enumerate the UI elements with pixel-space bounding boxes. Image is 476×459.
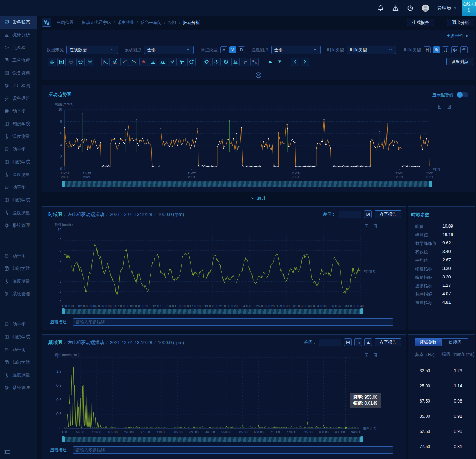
breadcrumb-item[interactable]: 振动无忧辽宁区 bbox=[82, 20, 111, 25]
more-widgets-link[interactable]: 更多部件 bbox=[447, 33, 470, 39]
time-range-button-2[interactable]: 月 bbox=[442, 46, 449, 53]
sidebar-item-balance[interactable]: 动平衡 bbox=[0, 249, 37, 262]
trend-chart[interactable]: 幅值(mm/s)108642011-24202111-25202111-2720… bbox=[49, 100, 468, 185]
time-range-button-3[interactable]: 季 bbox=[451, 46, 458, 53]
sidebar-item-book[interactable]: 知识学院 bbox=[0, 117, 37, 130]
time-desc-input[interactable] bbox=[73, 318, 393, 326]
slider-handle-right[interactable] bbox=[429, 181, 432, 187]
tab-freq-params[interactable]: 频域参数 bbox=[415, 338, 441, 346]
breadcrumb-item[interactable]: 2楼1 bbox=[168, 20, 177, 25]
abs-marker-icon-button[interactable] bbox=[364, 210, 372, 218]
sidebar-item-stats[interactable]: 统计分析 bbox=[0, 29, 37, 41]
avatar[interactable] bbox=[422, 4, 429, 12]
device-tree-button[interactable] bbox=[42, 18, 51, 27]
sidebar-item-gear[interactable]: 系统管理 bbox=[0, 219, 37, 232]
freq-domain-chart[interactable]: 幅值(mm/s rms)1.51.20.90.60.300.0055.00110… bbox=[49, 353, 402, 439]
notification-bell-icon[interactable] bbox=[377, 5, 384, 12]
sidebar-item-balance[interactable]: 动平衡 bbox=[0, 143, 37, 156]
histogram-icon-button[interactable] bbox=[231, 58, 240, 66]
sidebar-item-workorder[interactable]: 工单流程 bbox=[0, 54, 37, 67]
sidebar-item-balance[interactable]: 动平衡 bbox=[0, 105, 37, 117]
temp-point-select[interactable]: 全部 bbox=[271, 46, 321, 54]
undo-icon-button[interactable] bbox=[187, 58, 196, 66]
sideband-bars-icon-button[interactable] bbox=[364, 338, 372, 346]
sidebar-item-book[interactable]: 知识学院 bbox=[0, 262, 37, 275]
alarm-warning-icon[interactable] bbox=[392, 5, 399, 12]
page-next-icon-button[interactable] bbox=[301, 58, 309, 66]
sidebar-item-archive[interactable]: 设备资料 bbox=[0, 67, 37, 79]
diff-input[interactable] bbox=[339, 211, 361, 218]
sidebar-item-thermo[interactable]: 温度测量 bbox=[0, 206, 37, 219]
sidebar-item-inspect[interactable]: 点巡检 bbox=[0, 41, 37, 54]
time-range-button-0[interactable]: 日 bbox=[424, 46, 431, 53]
slider-handle-right[interactable] bbox=[360, 436, 363, 442]
sidebar-item-device-status[interactable]: 设备状态 bbox=[0, 16, 37, 29]
breadcrumb-item[interactable]: 反刍一车间 bbox=[141, 20, 162, 25]
double-peak-icon-button[interactable] bbox=[159, 58, 167, 66]
generate-report-button[interactable]: 生成报告 bbox=[407, 19, 434, 26]
time-range-slider[interactable] bbox=[63, 309, 362, 314]
breadcrumb-item[interactable]: 禾丰牧业 bbox=[117, 20, 134, 25]
sidebar-item-thermo[interactable]: 温度测量 bbox=[0, 369, 37, 381]
fit-screen-icon-button[interactable] bbox=[57, 58, 66, 66]
wave-rotate-icon-button[interactable] bbox=[168, 58, 177, 66]
tab-harmonics[interactable]: 倍频值 bbox=[441, 338, 468, 346]
trend-range-slider[interactable] bbox=[63, 181, 430, 187]
envelope-icon-button[interactable] bbox=[111, 58, 119, 66]
page-prev-icon-button[interactable] bbox=[291, 58, 299, 66]
save-report-button[interactable]: 存至报告 bbox=[375, 338, 401, 346]
time-domain-chart[interactable]: 幅值(mm/s)129630-3-6-90.000.010.020.030.04… bbox=[49, 222, 402, 312]
impulse-icon-button[interactable] bbox=[178, 58, 186, 66]
time-type-select[interactable]: 时间类型 bbox=[347, 46, 396, 54]
exit-analysis-button[interactable]: 退出分析 bbox=[447, 19, 474, 26]
vibration-point-select[interactable]: 全部 bbox=[144, 46, 194, 54]
time-range-button-1[interactable]: 周 bbox=[433, 46, 440, 53]
data-source-select[interactable]: 在线数据 bbox=[66, 46, 118, 54]
single-peak-icon-button[interactable] bbox=[149, 58, 157, 66]
device-points-button[interactable]: 设备测点 bbox=[446, 58, 473, 65]
time-range-button-4[interactable]: 年 bbox=[460, 46, 468, 53]
expand-button[interactable]: 展开 bbox=[42, 195, 475, 201]
tri-up-icon-button[interactable] bbox=[266, 58, 274, 66]
sidebar-item-gear[interactable]: 系统管理 bbox=[0, 381, 37, 394]
decay-red-icon-button[interactable] bbox=[250, 58, 259, 66]
point-type-v-button[interactable]: V bbox=[229, 46, 236, 53]
harmonic-bars-icon-button[interactable] bbox=[354, 338, 362, 346]
spectrum-red-icon-button[interactable] bbox=[139, 58, 148, 66]
sidebar-item-wrench[interactable]: 设备运维 bbox=[0, 92, 37, 105]
sidebar-item-book[interactable]: 知识学院 bbox=[0, 331, 37, 343]
tri-down-icon-button[interactable] bbox=[275, 58, 284, 66]
point-type-a-button[interactable]: A bbox=[220, 46, 227, 53]
history-clock-icon[interactable] bbox=[407, 5, 414, 12]
sidebar-item-balance[interactable]: 动平衡 bbox=[0, 318, 37, 331]
slider-handle-right[interactable] bbox=[360, 308, 363, 314]
sidebar-item-balance[interactable]: 动平衡 bbox=[0, 181, 37, 194]
sidebar-item-gear[interactable]: 系统管理 bbox=[0, 288, 37, 300]
slider-handle-left[interactable] bbox=[62, 181, 65, 187]
collapse-panel-icon[interactable] bbox=[255, 72, 262, 78]
online-users-box[interactable]: 在线人数 1 bbox=[462, 0, 476, 16]
sidebar-item-thermo[interactable]: 温度测量 bbox=[0, 168, 37, 181]
sidebar-item-book[interactable]: 知识学院 bbox=[0, 356, 37, 369]
diff-input[interactable] bbox=[319, 339, 341, 346]
marker-tool-icon-button[interactable] bbox=[48, 58, 56, 66]
sidebar-item-gear[interactable]: 出厂检测 bbox=[0, 79, 37, 92]
freq-desc-input[interactable] bbox=[73, 446, 393, 454]
save-report-button[interactable]: 存至报告 bbox=[375, 210, 401, 218]
admin-menu[interactable]: 管理员 bbox=[437, 5, 458, 11]
abs-marker-icon-button[interactable] bbox=[344, 338, 352, 346]
sidebar-item-thermo[interactable]: 温度测量 bbox=[0, 130, 37, 143]
sidebar-item-book[interactable]: 知识学院 bbox=[0, 194, 37, 206]
slider-handle-left[interactable] bbox=[62, 308, 65, 314]
sidebar-item-balance[interactable]: 动平衡 bbox=[0, 343, 37, 356]
point-type-d-button[interactable]: D bbox=[238, 46, 245, 53]
settings-icon-button[interactable] bbox=[86, 58, 94, 66]
trend-curve-icon-button[interactable] bbox=[101, 58, 110, 66]
scatter-a-icon-button[interactable] bbox=[120, 58, 129, 66]
alarm-line-toggle[interactable] bbox=[457, 92, 468, 97]
bode-icon-button[interactable] bbox=[76, 58, 85, 66]
orbit-icon-button[interactable] bbox=[203, 58, 211, 66]
sidebar-collapse-button[interactable] bbox=[4, 448, 11, 455]
scatter-b-icon-button[interactable] bbox=[130, 58, 138, 66]
waterfall-icon-button[interactable] bbox=[222, 58, 230, 66]
